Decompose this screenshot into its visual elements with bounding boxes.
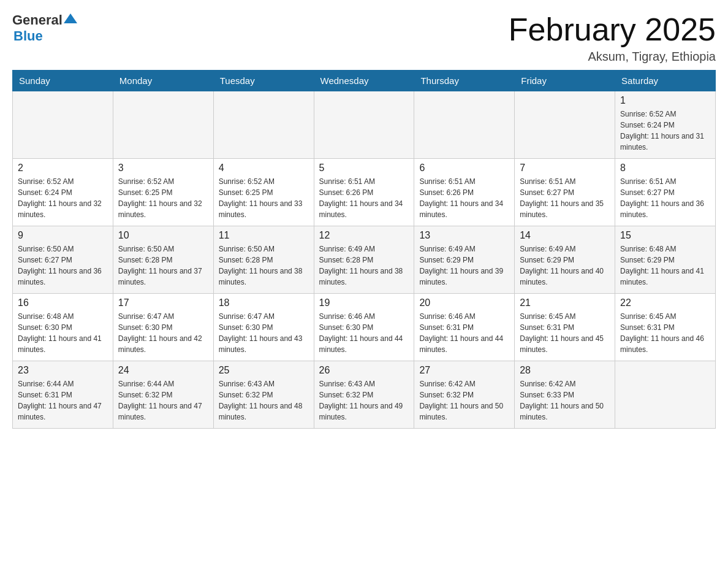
day-number: 3 <box>118 163 208 174</box>
calendar-row: 9Sunrise: 6:50 AMSunset: 6:27 PMDaylight… <box>13 226 716 294</box>
calendar-cell: 15Sunrise: 6:48 AMSunset: 6:29 PMDayligh… <box>615 226 716 294</box>
day-number: 21 <box>520 297 610 308</box>
calendar-cell: 23Sunrise: 6:44 AMSunset: 6:31 PMDayligh… <box>13 361 113 429</box>
logo-general-text: General <box>12 12 63 28</box>
day-info: Sunrise: 6:43 AMSunset: 6:32 PMDaylight:… <box>219 378 309 423</box>
day-number: 17 <box>118 297 208 308</box>
month-title: February 2025 <box>509 12 716 47</box>
calendar-cell <box>13 91 113 159</box>
day-info: Sunrise: 6:50 AMSunset: 6:28 PMDaylight:… <box>219 243 309 288</box>
day-info: Sunrise: 6:48 AMSunset: 6:29 PMDaylight:… <box>620 243 710 288</box>
day-info: Sunrise: 6:47 AMSunset: 6:30 PMDaylight:… <box>118 311 208 355</box>
calendar-cell <box>515 91 615 159</box>
day-number: 18 <box>219 297 309 308</box>
day-info: Sunrise: 6:49 AMSunset: 6:29 PMDaylight:… <box>520 243 610 288</box>
day-info: Sunrise: 6:46 AMSunset: 6:31 PMDaylight:… <box>419 311 509 355</box>
weekday-header-saturday: Saturday <box>615 71 716 91</box>
day-info: Sunrise: 6:42 AMSunset: 6:32 PMDaylight:… <box>419 378 509 423</box>
calendar-cell: 20Sunrise: 6:46 AMSunset: 6:31 PMDayligh… <box>414 294 515 361</box>
calendar-cell: 4Sunrise: 6:52 AMSunset: 6:25 PMDaylight… <box>213 159 314 226</box>
calendar-cell: 11Sunrise: 6:50 AMSunset: 6:28 PMDayligh… <box>213 226 314 294</box>
calendar-cell: 3Sunrise: 6:52 AMSunset: 6:25 PMDaylight… <box>113 159 213 226</box>
weekday-header-monday: Monday <box>113 71 213 91</box>
day-number: 23 <box>18 365 108 376</box>
calendar-cell: 5Sunrise: 6:51 AMSunset: 6:26 PMDaylight… <box>314 159 414 226</box>
weekday-header-friday: Friday <box>515 71 615 91</box>
calendar-cell: 26Sunrise: 6:43 AMSunset: 6:32 PMDayligh… <box>314 361 414 429</box>
day-info: Sunrise: 6:47 AMSunset: 6:30 PMDaylight:… <box>219 311 309 355</box>
day-info: Sunrise: 6:49 AMSunset: 6:29 PMDaylight:… <box>419 243 509 288</box>
calendar-cell: 14Sunrise: 6:49 AMSunset: 6:29 PMDayligh… <box>515 226 615 294</box>
calendar-cell: 10Sunrise: 6:50 AMSunset: 6:28 PMDayligh… <box>113 226 213 294</box>
calendar-cell: 21Sunrise: 6:45 AMSunset: 6:31 PMDayligh… <box>515 294 615 361</box>
day-number: 12 <box>319 230 409 241</box>
calendar-cell: 27Sunrise: 6:42 AMSunset: 6:32 PMDayligh… <box>414 361 515 429</box>
day-info: Sunrise: 6:46 AMSunset: 6:30 PMDaylight:… <box>319 311 409 355</box>
day-number: 25 <box>219 365 309 376</box>
calendar-table: SundayMondayTuesdayWednesdayThursdayFrid… <box>12 70 716 429</box>
calendar-cell <box>113 91 213 159</box>
day-number: 5 <box>319 163 409 174</box>
calendar-row: 16Sunrise: 6:48 AMSunset: 6:30 PMDayligh… <box>13 294 716 361</box>
day-number: 14 <box>520 230 610 241</box>
calendar-cell <box>615 361 716 429</box>
day-number: 19 <box>319 297 409 308</box>
calendar-cell: 8Sunrise: 6:51 AMSunset: 6:27 PMDaylight… <box>615 159 716 226</box>
day-number: 8 <box>620 163 710 174</box>
day-info: Sunrise: 6:51 AMSunset: 6:26 PMDaylight:… <box>319 176 409 220</box>
day-number: 4 <box>219 163 309 174</box>
calendar-cell: 2Sunrise: 6:52 AMSunset: 6:24 PMDaylight… <box>13 159 113 226</box>
calendar-cell: 1Sunrise: 6:52 AMSunset: 6:24 PMDaylight… <box>615 91 716 159</box>
calendar-cell: 17Sunrise: 6:47 AMSunset: 6:30 PMDayligh… <box>113 294 213 361</box>
calendar-header-row: SundayMondayTuesdayWednesdayThursdayFrid… <box>13 71 716 91</box>
calendar-cell: 16Sunrise: 6:48 AMSunset: 6:30 PMDayligh… <box>13 294 113 361</box>
day-number: 2 <box>18 163 108 174</box>
calendar-row: 23Sunrise: 6:44 AMSunset: 6:31 PMDayligh… <box>13 361 716 429</box>
day-number: 13 <box>419 230 509 241</box>
day-number: 15 <box>620 230 710 241</box>
day-info: Sunrise: 6:52 AMSunset: 6:24 PMDaylight:… <box>18 176 108 220</box>
day-number: 10 <box>118 230 208 241</box>
calendar-row: 1Sunrise: 6:52 AMSunset: 6:24 PMDaylight… <box>13 91 716 159</box>
calendar-cell <box>213 91 314 159</box>
logo-blue-text: Blue <box>13 28 43 44</box>
location-subtitle: Aksum, Tigray, Ethiopia <box>509 50 716 64</box>
day-number: 1 <box>620 95 710 106</box>
day-number: 16 <box>18 297 108 308</box>
day-number: 20 <box>419 297 509 308</box>
day-number: 26 <box>319 365 409 376</box>
day-info: Sunrise: 6:50 AMSunset: 6:27 PMDaylight:… <box>18 243 108 288</box>
day-info: Sunrise: 6:45 AMSunset: 6:31 PMDaylight:… <box>520 311 610 355</box>
day-info: Sunrise: 6:52 AMSunset: 6:24 PMDaylight:… <box>620 109 710 153</box>
day-number: 27 <box>419 365 509 376</box>
calendar-cell: 28Sunrise: 6:42 AMSunset: 6:33 PMDayligh… <box>515 361 615 429</box>
weekday-header-thursday: Thursday <box>414 71 515 91</box>
day-info: Sunrise: 6:48 AMSunset: 6:30 PMDaylight:… <box>18 311 108 355</box>
day-number: 24 <box>118 365 208 376</box>
day-number: 28 <box>520 365 610 376</box>
calendar-cell: 12Sunrise: 6:49 AMSunset: 6:28 PMDayligh… <box>314 226 414 294</box>
day-info: Sunrise: 6:51 AMSunset: 6:26 PMDaylight:… <box>419 176 509 220</box>
logo: General Blue <box>12 12 77 44</box>
day-info: Sunrise: 6:52 AMSunset: 6:25 PMDaylight:… <box>219 176 309 220</box>
weekday-header-tuesday: Tuesday <box>213 71 314 91</box>
calendar-cell: 24Sunrise: 6:44 AMSunset: 6:32 PMDayligh… <box>113 361 213 429</box>
day-info: Sunrise: 6:49 AMSunset: 6:28 PMDaylight:… <box>319 243 409 288</box>
day-info: Sunrise: 6:52 AMSunset: 6:25 PMDaylight:… <box>118 176 208 220</box>
calendar-cell <box>314 91 414 159</box>
title-section: February 2025 Aksum, Tigray, Ethiopia <box>509 12 716 64</box>
day-number: 6 <box>419 163 509 174</box>
weekday-header-wednesday: Wednesday <box>314 71 414 91</box>
day-info: Sunrise: 6:50 AMSunset: 6:28 PMDaylight:… <box>118 243 208 288</box>
day-info: Sunrise: 6:42 AMSunset: 6:33 PMDaylight:… <box>520 378 610 423</box>
day-number: 11 <box>219 230 309 241</box>
page-header: General Blue February 2025 Aksum, Tigray… <box>12 12 716 64</box>
day-number: 9 <box>18 230 108 241</box>
calendar-cell: 25Sunrise: 6:43 AMSunset: 6:32 PMDayligh… <box>213 361 314 429</box>
logo-triangle-icon <box>64 12 77 26</box>
weekday-header-sunday: Sunday <box>13 71 113 91</box>
day-info: Sunrise: 6:43 AMSunset: 6:32 PMDaylight:… <box>319 378 409 423</box>
day-number: 7 <box>520 163 610 174</box>
calendar-cell: 6Sunrise: 6:51 AMSunset: 6:26 PMDaylight… <box>414 159 515 226</box>
calendar-cell: 9Sunrise: 6:50 AMSunset: 6:27 PMDaylight… <box>13 226 113 294</box>
